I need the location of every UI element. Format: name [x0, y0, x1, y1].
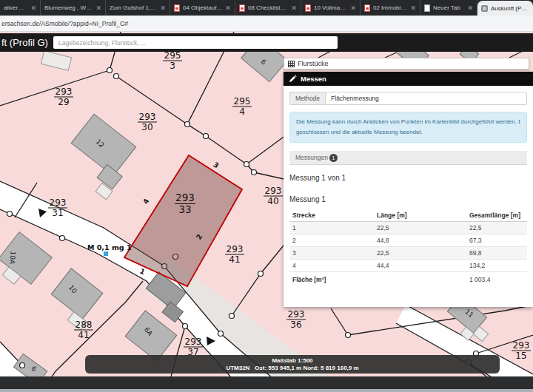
svg-text:40: 40 [267, 196, 278, 206]
messen-panel-body: Methode Flächenmessung Die Messung kann … [284, 86, 533, 307]
browser-tab[interactable]: Zum Gutshof 1, Ah✕ [106, 0, 170, 16]
pdf-icon [305, 4, 311, 12]
browser-tab[interactable]: 08 Checkliste Obje✕ [235, 0, 301, 16]
close-icon[interactable]: ✕ [467, 4, 473, 12]
svg-text:288: 288 [76, 320, 93, 330]
close-icon[interactable]: ✕ [160, 4, 166, 12]
table-row: 4 44,4 134,2 [289, 260, 527, 272]
table-row: 1 22,5 22,5 [289, 222, 527, 234]
svg-text:293: 293 [50, 197, 67, 208]
svg-text:29: 29 [58, 97, 69, 107]
flurstuecke-section-header[interactable]: Flurstücke [284, 58, 529, 70]
svg-text:293: 293 [139, 112, 156, 122]
methode-select[interactable]: Flächenmessung [325, 92, 527, 105]
info-message: Die Messung kann durch Anklicken von Pun… [289, 112, 527, 143]
close-icon[interactable]: ✕ [350, 4, 356, 12]
url-text[interactable]: ersachsen.de/ASmobile/?appid=NI_Profil_G… [0, 20, 128, 27]
svg-text:293: 293 [513, 340, 530, 351]
tab-messungen[interactable]: Messungen 1 [289, 151, 343, 164]
app-map-icon [481, 5, 488, 12]
browser-tab[interactable]: 04 Objektaufnahm✕ [170, 0, 235, 16]
svg-text:293: 293 [288, 309, 305, 320]
svg-text:293: 293 [185, 337, 202, 347]
address-bar[interactable]: ersachsen.de/ASmobile/?appid=NI_Profil_G… [0, 16, 533, 32]
close-icon[interactable]: ✕ [30, 4, 36, 12]
close-icon[interactable]: ✕ [95, 4, 101, 12]
app-header: ft (Profil G) [0, 33, 533, 52]
search-input[interactable] [53, 36, 338, 49]
measure-start-marker [104, 251, 108, 256]
app-title: ft (Profil G) [0, 37, 48, 48]
browser-tab[interactable]: Neuer Tab✕ [420, 0, 477, 16]
grid-icon [288, 61, 295, 67]
table-row: 3 22,5 89,8 [289, 247, 527, 260]
svg-text:295: 295 [234, 96, 251, 107]
svg-text:41: 41 [229, 254, 240, 265]
flaeche-value: 1 003,4 [466, 272, 527, 286]
browser-tab[interactable]: 02 Immobilienverk✕ [361, 0, 420, 16]
svg-text:36: 36 [290, 320, 301, 330]
svg-text:4: 4 [239, 107, 245, 117]
table-row: 2 44,8 67,3 [289, 234, 527, 247]
pdf-icon [174, 4, 180, 12]
messen-label: Messen [301, 75, 326, 83]
svg-text:41: 41 [78, 330, 89, 340]
browser-tab[interactable]: 10 Vollmacht von✕ [301, 0, 361, 16]
svg-text:33: 33 [178, 203, 191, 215]
pdf-icon [239, 4, 245, 12]
pdf-icon [364, 4, 370, 12]
flaeche-label: Fläche [m²] [289, 272, 374, 286]
taskbar-edge [0, 389, 533, 392]
map-status-bar: Maßstab 1:500 UTM32N Ost: 553 945,1 m No… [85, 355, 500, 374]
col-strecke: Strecke [289, 209, 374, 222]
measure-marker-label: M 0,1 mg 1 [87, 243, 132, 251]
pen-icon [289, 75, 297, 83]
svg-text:295: 295 [164, 50, 181, 61]
new-tab-page-icon [424, 4, 430, 12]
scale-text: Maßstab 1:500 [85, 357, 500, 365]
svg-text:293: 293 [56, 87, 73, 97]
svg-text:293: 293 [175, 192, 195, 203]
count-badge: 1 [329, 154, 338, 162]
col-gesamtlaenge: Gesamtlänge [m] [466, 209, 527, 222]
coordinates-text: UTM32N Ost: 553 945,1 m Nord: 5 819 160,… [85, 365, 500, 372]
browser-tab[interactable]: Blumenweg , Wede✕ [41, 0, 106, 16]
browser-tab-strip: ailverwaltung✕ Blumenweg , Wede✕ Zum Gut… [0, 0, 533, 16]
svg-text:30: 30 [141, 122, 152, 132]
measurements-tab-bar: Messungen 1 [289, 151, 527, 165]
svg-text:293: 293 [227, 244, 244, 254]
svg-text:31: 31 [52, 208, 63, 218]
svg-text:15: 15 [515, 351, 526, 361]
info-line-1: Die Messung kann durch Anklicken von Pun… [296, 117, 520, 127]
close-icon[interactable]: ✕ [291, 4, 297, 12]
info-line-2: geschlossen und die aktuelle Messung bee… [296, 127, 520, 138]
close-icon[interactable]: ✕ [410, 4, 416, 12]
browser-tab[interactable]: ailverwaltung✕ [0, 0, 41, 16]
close-icon[interactable]: ✕ [225, 4, 231, 12]
svg-text:10A: 10A [8, 251, 17, 265]
svg-text:293: 293 [265, 186, 282, 196]
methode-row: Methode Flächenmessung [289, 92, 527, 105]
measurement-subheading: Messung 1 [289, 195, 527, 203]
col-laenge: Länge [m] [374, 209, 466, 222]
measurement-table: Strecke Länge [m] Gesamtlänge [m] 1 22,5… [289, 209, 527, 285]
browser-tab-active[interactable]: Auskunft (Profil G [477, 1, 533, 16]
messen-panel-header[interactable]: Messen [284, 72, 533, 86]
methode-label: Methode [289, 92, 325, 105]
svg-text:3: 3 [170, 61, 175, 71]
table-footer-row: Fläche [m²] 1 003,4 [289, 272, 527, 286]
taskbar[interactable] [0, 376, 533, 389]
measurement-heading: Messung 1 von 1 [289, 174, 527, 182]
flurstuecke-label: Flurstücke [298, 60, 329, 67]
